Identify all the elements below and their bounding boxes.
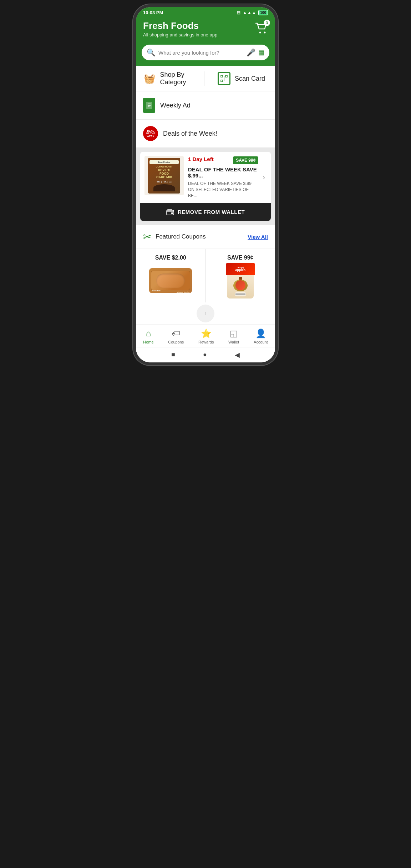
battery-icon: 100 — [258, 10, 268, 15]
phone-frame: 10:03 PM ⊟ ▲▲▲ 100 Fresh Foods All shopp… — [136, 7, 275, 362]
cart-button[interactable]: 3 — [255, 22, 268, 36]
nav-coupons[interactable]: 🏷 Coupons — [165, 328, 187, 344]
header: Fresh Foods All shopping and savings in … — [136, 17, 275, 45]
app-title: Fresh Foods — [143, 20, 217, 31]
deal-card-content: Best Choice ULTRA MOIST DEVIL'SFOODCAKE … — [140, 152, 271, 203]
rewards-label: Rewards — [198, 340, 214, 344]
shop-by-category-label: Shop By Category — [160, 71, 204, 86]
wallet-nav-icon: ◱ — [230, 328, 238, 338]
coupon-card-1[interactable]: SAVE $2.00 Hillshire always tender — [136, 249, 206, 302]
account-icon: 👤 — [255, 328, 266, 338]
wallet-icon — [166, 209, 174, 215]
menu-section: 🧺 Shop By Category Scan Card — [136, 66, 275, 147]
svg-rect-3 — [225, 75, 227, 77]
rewards-icon: ⭐ — [201, 328, 212, 338]
days-left-label: 1 Day Left — [188, 156, 214, 162]
header-text: Fresh Foods All shopping and savings in … — [143, 20, 217, 37]
wallet-label: Wallet — [228, 340, 239, 344]
deal-title: DEAL OF THE WEEK SAVE $.99... — [188, 166, 258, 179]
scroll-pill: ↑ — [197, 305, 214, 322]
book-icon — [146, 101, 152, 109]
status-bar: 10:03 PM ⊟ ▲▲▲ 100 — [136, 7, 275, 17]
home-label: Home — [143, 340, 153, 344]
coupon-grid: SAVE $2.00 Hillshire always tender SAVE … — [136, 249, 275, 302]
status-icons: ⊟ ▲▲▲ 100 — [237, 10, 268, 15]
cake-box-brand: Best Choice — [149, 160, 179, 164]
svg-point-0 — [259, 32, 261, 34]
search-bar[interactable]: 🔍 🎤 ▦ — [142, 45, 269, 60]
nav-account[interactable]: 👤 Account — [251, 328, 271, 344]
screen-icon: ⊟ — [237, 10, 240, 15]
basket-icon: 🧺 — [143, 71, 156, 86]
weekly-ad-item[interactable]: Weekly Ad — [136, 91, 275, 120]
microphone-icon[interactable]: 🎤 — [247, 48, 255, 57]
search-input[interactable] — [158, 50, 244, 56]
scan-card-item[interactable]: Scan Card — [204, 72, 268, 85]
coupon-card-2[interactable]: SAVE 99¢ happy apples — [206, 249, 275, 302]
nav-home[interactable]: ⌂ Home — [140, 328, 156, 344]
coupon-2-save: SAVE 99¢ — [227, 255, 254, 261]
search-icon: 🔍 — [147, 48, 156, 57]
bottom-nav: ⌂ Home 🏷 Coupons ⭐ Rewards ◱ Wallet 👤 Ac… — [136, 325, 275, 347]
account-label: Account — [254, 340, 268, 344]
coupon-1-save: SAVE $2.00 — [155, 255, 186, 261]
nav-rewards[interactable]: ⭐ Rewards — [196, 328, 217, 344]
android-square-btn[interactable]: ■ — [171, 351, 175, 358]
android-triangle-btn[interactable]: ◀ — [235, 351, 240, 359]
deal-product-image: Best Choice ULTRA MOIST DEVIL'SFOODCAKE … — [144, 156, 184, 195]
wifi-icon: ▲▲▲ — [243, 10, 257, 15]
home-icon: ⌂ — [146, 328, 151, 338]
scan-card-icon — [218, 72, 230, 85]
view-all-link[interactable]: View All — [248, 234, 268, 240]
coupons-left: ✂ Featured Coupons — [143, 231, 206, 243]
coupon-scissors-icon: ✂ — [143, 231, 151, 243]
weekly-ad-icon — [143, 98, 155, 113]
deal-arrow-icon[interactable]: › — [263, 173, 267, 181]
coupons-nav-label: Coupons — [168, 340, 184, 344]
android-circle-btn[interactable]: ● — [203, 351, 207, 358]
coupons-nav-icon: 🏷 — [172, 328, 180, 338]
barcode-icon[interactable]: ▦ — [258, 49, 264, 56]
coupons-header: ✂ Featured Coupons View All — [136, 225, 275, 249]
coupons-title: Featured Coupons — [156, 233, 206, 240]
svg-point-1 — [264, 32, 266, 34]
deal-section: Best Choice ULTRA MOIST DEVIL'SFOODCAKE … — [136, 147, 275, 225]
deal-icon-text: DEALOF THEWEEK — [146, 130, 155, 138]
scroll-indicator: ↑ — [136, 302, 275, 325]
weekly-ad-label: Weekly Ad — [160, 102, 191, 109]
search-section: 🔍 🎤 ▦ — [136, 45, 275, 66]
android-nav: ■ ● ◀ — [136, 347, 275, 362]
deal-description: DEAL OF THE WEEK SAVE $.99 ON SELECTED V… — [188, 181, 258, 199]
svg-rect-4 — [221, 80, 223, 82]
deal-info: 1 Day Left SAVE 99¢ DEAL OF THE WEEK SAV… — [188, 156, 258, 199]
remove-wallet-label: REMOVE FROM WALLET — [178, 209, 245, 215]
top-menu-row: 🧺 Shop By Category Scan Card — [136, 66, 275, 91]
scan-icon-svg — [220, 75, 228, 82]
deals-week-item[interactable]: DEALOF THEWEEK Deals of the Week! — [136, 120, 275, 147]
scan-card-label: Scan Card — [235, 75, 265, 82]
cart-badge: 3 — [264, 20, 270, 26]
cake-box-graphic: Best Choice ULTRA MOIST DEVIL'SFOODCAKE … — [148, 158, 180, 194]
deals-icon: DEALOF THEWEEK — [143, 126, 158, 141]
phone-inner: 10:03 PM ⊟ ▲▲▲ 100 Fresh Foods All shopp… — [136, 7, 275, 362]
deal-card: Best Choice ULTRA MOIST DEVIL'SFOODCAKE … — [140, 152, 271, 221]
coupon-1-image: Hillshire always tender — [149, 265, 192, 297]
svg-rect-2 — [221, 75, 223, 77]
nav-wallet[interactable]: ◱ Wallet — [225, 328, 242, 344]
status-time: 10:03 PM — [143, 10, 163, 15]
svg-rect-11 — [171, 212, 173, 214]
save-badge: SAVE 99¢ — [233, 156, 258, 164]
shop-by-category-item[interactable]: 🧺 Shop By Category — [143, 71, 204, 86]
remove-from-wallet-button[interactable]: REMOVE FROM WALLET — [140, 203, 271, 221]
deals-week-label: Deals of the Week! — [163, 130, 217, 137]
coupon-2-image: happy apples — [219, 265, 262, 297]
app-subtitle: All shopping and savings in one app — [143, 32, 217, 37]
